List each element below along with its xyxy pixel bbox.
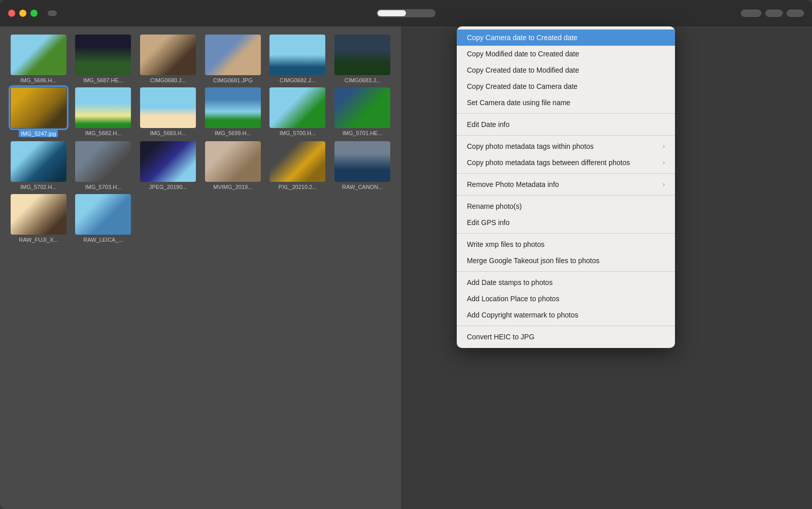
- photo-item[interactable]: IMG_5682.H...: [73, 87, 134, 137]
- menu-item-copy-created-to-camera[interactable]: Copy Created date to Camera date: [457, 78, 675, 94]
- quick-action-dropdown: Copy Camera date to Created dateCopy Mod…: [457, 26, 675, 348]
- menu-item-rename-photos[interactable]: Rename photo(s): [457, 198, 675, 214]
- menu-divider: [457, 173, 675, 174]
- photo-item[interactable]: CIMG0683.J...: [332, 35, 393, 83]
- menu-divider: [457, 326, 675, 326]
- menu-item-label: Copy Created date to Modified date: [467, 66, 579, 74]
- photo-label: IMG_5703.H...: [85, 184, 122, 190]
- menu-item-label: Add Date stamps to photos: [467, 278, 553, 287]
- menu-item-label: Convert HEIC to JPG: [467, 333, 534, 341]
- photo-item[interactable]: IMG_5702.H...: [8, 141, 69, 190]
- menu-item-copy-camera-to-created[interactable]: Copy Camera date to Created date: [457, 29, 675, 46]
- photo-item[interactable]: CIMG0680.J...: [138, 35, 198, 83]
- photo-item[interactable]: RAW_CANON...: [332, 141, 393, 190]
- photo-label: IMG_5686.H...: [20, 77, 57, 83]
- menu-item-label: Set Camera date using file name: [467, 99, 570, 107]
- photo-item[interactable]: PXL_20210.2...: [267, 141, 328, 190]
- maximize-button[interactable]: [30, 10, 38, 17]
- photo-item[interactable]: IMG_5247.jpg: [8, 87, 69, 137]
- menu-item-label: Rename photo(s): [467, 202, 522, 210]
- photo-item[interactable]: IMG_5699.H...: [202, 87, 263, 137]
- photo-label: RAW_CANON...: [342, 184, 383, 190]
- add-button[interactable]: [48, 11, 57, 16]
- photo-item[interactable]: IMG_5703.H...: [73, 141, 134, 190]
- photo-grid-panel: IMG_5686.H...IMG_5687.HE...CIMG0680.J...…: [0, 26, 401, 509]
- menu-divider: [457, 271, 675, 272]
- photo-label: IMG_5702.H...: [20, 184, 57, 190]
- menu-item-label: Copy Modified date to Created date: [467, 50, 579, 58]
- tab-local-photo[interactable]: [378, 10, 406, 16]
- minimize-button[interactable]: [19, 10, 26, 17]
- menu-item-copy-modified-to-created[interactable]: Copy Modified date to Created date: [457, 46, 675, 62]
- photo-label: IMG_5700.H...: [280, 130, 316, 136]
- menu-divider: [457, 233, 675, 234]
- main-content: IMG_5686.H...IMG_5687.HE...CIMG0680.J...…: [0, 26, 812, 509]
- titlebar: [0, 0, 812, 26]
- submenu-arrow-icon: ›: [663, 143, 665, 150]
- menu-item-merge-google[interactable]: Merge Google Takeout json files to photo…: [457, 252, 675, 269]
- menu-divider: [457, 113, 675, 114]
- menu-item-label: Edit Date info: [467, 120, 510, 129]
- menu-item-label: Copy Created date to Camera date: [467, 82, 578, 90]
- photo-label: JPEG_20190...: [149, 184, 187, 190]
- photo-item[interactable]: RAW_FUJI_X...: [8, 194, 69, 243]
- menu-item-label: Copy Camera date to Created date: [467, 34, 578, 42]
- menu-item-label: Copy photo metadata tags within photos: [467, 142, 594, 150]
- menu-item-label: Add Copyright watermark to photos: [467, 311, 578, 319]
- export-import-button[interactable]: [787, 10, 804, 17]
- menu-item-label: Remove Photo Metadata info: [467, 180, 559, 188]
- menu-item-copy-created-to-modified[interactable]: Copy Created date to Modified date: [457, 62, 675, 78]
- submenu-arrow-icon: ›: [663, 159, 665, 166]
- photo-grid: IMG_5686.H...IMG_5687.HE...CIMG0680.J...…: [8, 35, 393, 243]
- photo-label: RAW_LEICA_...: [83, 237, 123, 243]
- menu-item-add-location[interactable]: Add Location Place to photos: [457, 291, 675, 307]
- photo-item[interactable]: MVIMG_2019...: [202, 141, 263, 190]
- photo-item[interactable]: IMG_5687.HE...: [73, 35, 134, 83]
- menu-item-label: Add Location Place to photos: [467, 295, 559, 303]
- menu-item-add-date-stamps[interactable]: Add Date stamps to photos: [457, 274, 675, 291]
- photo-item[interactable]: IMG_5683.H...: [138, 87, 198, 137]
- photo-item[interactable]: IMG_5701.HE...: [332, 87, 393, 137]
- right-panel: Copy Camera date to Created dateCopy Mod…: [401, 26, 812, 509]
- photo-label: PXL_20210.2...: [279, 184, 317, 190]
- menu-item-label: Write xmp files to photos: [467, 240, 545, 248]
- photo-item[interactable]: CIMG0682.J...: [267, 35, 328, 83]
- tab-camera-photo[interactable]: [406, 10, 434, 16]
- menu-item-write-xmp[interactable]: Write xmp files to photos: [457, 236, 675, 252]
- menu-item-copy-metadata-within[interactable]: Copy photo metadata tags within photos›: [457, 138, 675, 154]
- photo-label: CIMG0683.J...: [345, 77, 381, 83]
- photo-label: CIMG0680.J...: [150, 77, 186, 83]
- close-button[interactable]: [8, 10, 15, 17]
- photo-label: IMG_5682.H...: [85, 130, 122, 136]
- photo-label: MVIMG_2019...: [213, 184, 252, 190]
- photo-label: IMG_5701.HE...: [343, 130, 383, 136]
- menu-item-label: Merge Google Takeout json files to photo…: [467, 257, 599, 265]
- photo-label: CIMG0682.J...: [280, 77, 316, 83]
- menu-item-label: Copy photo metadata tags between differe…: [467, 158, 630, 167]
- quick-action-button[interactable]: [741, 10, 761, 17]
- photo-label: IMG_5247.jpg: [19, 130, 58, 137]
- menu-item-convert-heic[interactable]: Convert HEIC to JPG: [457, 329, 675, 345]
- photo-label: IMG_5687.HE...: [83, 77, 123, 83]
- photo-item[interactable]: CIMG0681.JPG: [202, 35, 263, 83]
- menu-item-label: Edit GPS info: [467, 218, 510, 227]
- menu-item-add-copyright[interactable]: Add Copyright watermark to photos: [457, 307, 675, 323]
- photo-label: CIMG0681.JPG: [213, 77, 253, 83]
- submenu-arrow-icon: ›: [663, 181, 665, 188]
- menu-item-edit-gps[interactable]: Edit GPS info: [457, 214, 675, 231]
- menu-item-copy-metadata-between[interactable]: Copy photo metadata tags between differe…: [457, 154, 675, 171]
- menu-item-set-camera-using-name[interactable]: Set Camera date using file name: [457, 94, 675, 111]
- menu-divider: [457, 195, 675, 196]
- photo-item[interactable]: IMG_5700.H...: [267, 87, 328, 137]
- photo-item[interactable]: JPEG_20190...: [138, 141, 198, 190]
- photo-item[interactable]: RAW_LEICA_...: [73, 194, 134, 243]
- edit-exif-button[interactable]: [765, 10, 783, 17]
- traffic-lights: [8, 10, 38, 17]
- menu-item-remove-metadata[interactable]: Remove Photo Metadata info›: [457, 176, 675, 193]
- photo-label: IMG_5683.H...: [150, 130, 186, 136]
- toolbar-right: [741, 10, 804, 17]
- tab-bar: [377, 9, 435, 17]
- menu-item-edit-date-info[interactable]: Edit Date info: [457, 116, 675, 133]
- photo-item[interactable]: IMG_5686.H...: [8, 35, 69, 83]
- photo-label: IMG_5699.H...: [215, 130, 251, 136]
